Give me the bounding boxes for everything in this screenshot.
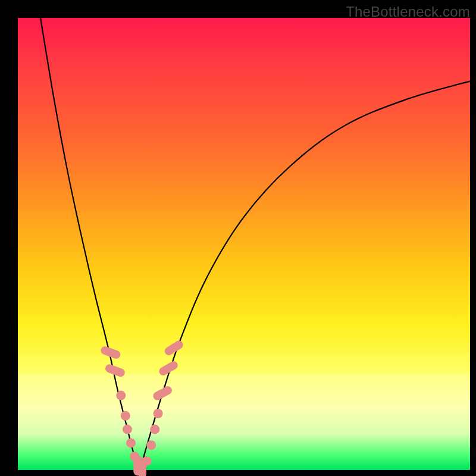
chart-marker-dot [126, 438, 136, 447]
chart-marker-dot [154, 409, 163, 418]
plot-area [18, 18, 470, 470]
chart-frame: TheBottleneck.com [0, 0, 476, 476]
curve-right-branch [140, 81, 470, 470]
curve-left-branch [40, 18, 140, 470]
chart-marker-dot [150, 425, 159, 434]
chart-marker-dot [146, 440, 156, 450]
chart-marker-pill [163, 339, 184, 357]
chart-marker-dot [121, 411, 130, 421]
chart-marker-dot [116, 391, 126, 400]
curve-group [40, 18, 470, 470]
chart-marker-dot [142, 456, 152, 466]
marker-layer [99, 339, 184, 476]
chart-marker-dot [123, 425, 132, 434]
chart-marker-pill [152, 385, 174, 402]
chart-svg [18, 18, 470, 470]
